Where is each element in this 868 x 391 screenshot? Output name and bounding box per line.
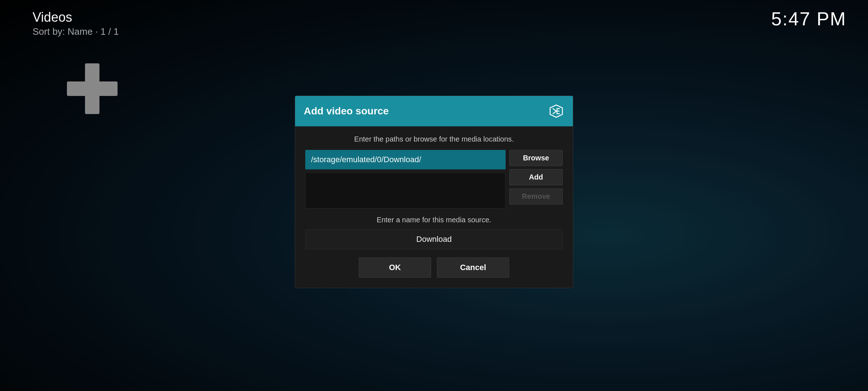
path-action-buttons: Browse Add Remove [509,150,563,209]
dialog-title: Add video source [304,105,389,117]
remove-button[interactable]: Remove [509,188,563,205]
source-name-input[interactable] [305,229,563,249]
path-list [305,172,506,209]
cancel-button[interactable]: Cancel [437,257,509,278]
dialog-body: Enter the paths or browse for the media … [295,126,573,288]
paths-area [305,150,506,209]
name-instruction: Enter a name for this media source. [305,216,563,224]
kodi-icon [549,104,563,118]
dialog-overlay: Add video source Enter the paths or brow… [0,0,868,391]
dialog-footer: OK Cancel [305,257,563,278]
add-video-source-dialog: Add video source Enter the paths or brow… [295,96,573,288]
add-button[interactable]: Add [509,169,563,185]
kodi-logo [548,103,564,119]
path-input[interactable] [305,150,506,169]
browse-button[interactable]: Browse [509,150,563,166]
path-section: Browse Add Remove [305,150,563,209]
dialog-header: Add video source [295,96,573,126]
path-instruction: Enter the paths or browse for the media … [305,135,563,143]
ok-button[interactable]: OK [359,257,431,278]
